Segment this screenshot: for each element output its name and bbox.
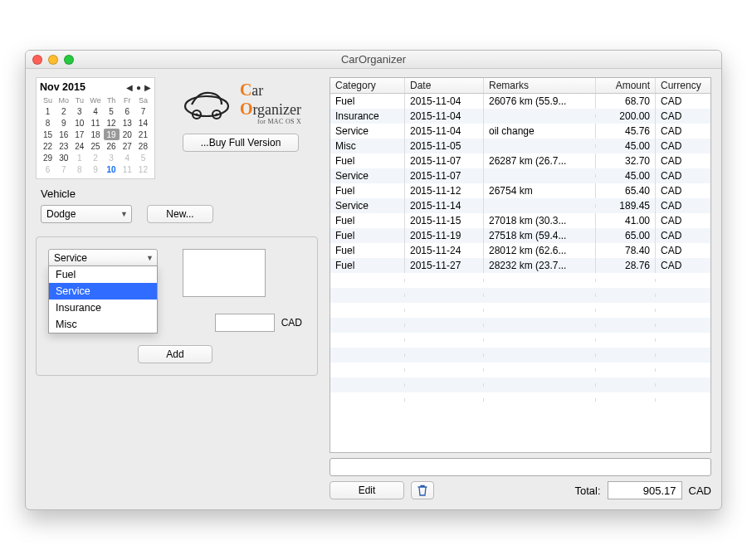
calendar-day[interactable]: 4 (120, 152, 135, 163)
column-amount[interactable]: Amount (596, 78, 656, 93)
calendar[interactable]: Nov 2015 ◀ ● ▶ SuMoTuWeThFrSa12345678910… (36, 77, 155, 179)
calendar-day[interactable]: 11 (120, 163, 135, 175)
calendar-day[interactable]: 22 (40, 140, 56, 152)
cell-date: 2015-11-04 (405, 109, 484, 124)
add-button[interactable]: Add (138, 345, 212, 363)
cell-currency: CAD (656, 168, 710, 183)
svg-point-0 (185, 96, 228, 116)
total-value: 905.17 (608, 481, 682, 499)
calendar-day[interactable]: 2 (56, 105, 71, 117)
calendar-day[interactable]: 25 (87, 140, 103, 152)
calendar-day[interactable]: 12 (104, 117, 120, 129)
calendar-day[interactable]: 8 (40, 117, 56, 129)
calendar-day[interactable]: 21 (135, 129, 151, 140)
calendar-day[interactable]: 16 (56, 129, 71, 140)
calendar-day[interactable]: 9 (56, 117, 71, 129)
table-row[interactable]: Fuel2015-11-1927518 km (59.4...65.00CAD (330, 228, 710, 243)
table-row[interactable]: Fuel2015-11-0426076 km (55.9...68.70CAD (330, 94, 710, 109)
calendar-day[interactable]: 26 (104, 140, 120, 152)
column-date[interactable]: Date (405, 78, 484, 93)
calendar-day[interactable]: 12 (135, 163, 151, 175)
cell-category: Fuel (330, 213, 405, 228)
calendar-day[interactable]: 5 (104, 105, 120, 117)
delete-button[interactable] (411, 481, 434, 499)
remarks-textarea[interactable] (183, 249, 266, 297)
category-option[interactable]: Fuel (49, 266, 157, 283)
calendar-day[interactable]: 19 (104, 129, 120, 140)
calendar-day[interactable]: 23 (56, 140, 71, 152)
calendar-day[interactable]: 9 (87, 163, 103, 175)
column-category[interactable]: Category (330, 78, 405, 93)
calendar-day[interactable]: 27 (120, 140, 135, 152)
search-input[interactable] (330, 458, 711, 476)
vehicle-select[interactable]: Dodge ▼ (41, 205, 132, 223)
category-option[interactable]: Misc (49, 316, 157, 333)
amount-input[interactable] (215, 314, 275, 332)
table-row[interactable]: Fuel2015-11-1527018 km (30.3...41.00CAD (330, 213, 710, 228)
table-row[interactable]: Fuel2015-11-2428012 km (62.6...78.40CAD (330, 243, 710, 258)
calendar-day[interactable]: 4 (87, 105, 103, 117)
calendar-day[interactable]: 10 (104, 163, 120, 175)
calendar-day[interactable]: 15 (40, 129, 56, 140)
buy-full-version-button[interactable]: ...Buy Full Version (183, 134, 299, 152)
calendar-day[interactable]: 6 (120, 105, 135, 117)
calendar-day[interactable]: 29 (40, 152, 56, 163)
calendar-day[interactable]: 11 (87, 117, 103, 129)
cell-category: Service (330, 198, 405, 213)
column-currency[interactable]: Currency (656, 78, 710, 93)
calendar-day[interactable]: 18 (87, 129, 103, 140)
category-dropdown[interactable]: FuelServiceInsuranceMisc (48, 265, 158, 334)
cell-currency: CAD (656, 109, 710, 124)
calendar-today-icon[interactable]: ● (136, 83, 141, 92)
svg-point-4 (215, 114, 217, 116)
calendar-day[interactable]: 28 (135, 140, 151, 152)
calendar-next-icon[interactable]: ▶ (144, 83, 151, 92)
expenses-table[interactable]: Category Date Remarks Amount Currency Fu… (330, 77, 711, 453)
table-row[interactable]: Service2015-11-14189.45CAD (330, 198, 710, 213)
calendar-day[interactable]: 6 (40, 163, 56, 175)
table-row[interactable]: Insurance2015-11-04200.00CAD (330, 109, 710, 124)
calendar-day[interactable]: 7 (135, 105, 151, 117)
calendar-day[interactable]: 13 (120, 117, 135, 129)
new-vehicle-button[interactable]: New... (147, 205, 213, 223)
cell-date: 2015-11-04 (405, 94, 484, 109)
cell-amount: 189.45 (596, 198, 656, 213)
table-row-empty (330, 318, 710, 333)
calendar-day[interactable]: 7 (56, 163, 71, 175)
calendar-day[interactable]: 20 (120, 129, 135, 140)
calendar-day[interactable]: 1 (71, 152, 87, 163)
table-row-empty (330, 377, 710, 392)
category-select[interactable]: Service ▼ (48, 249, 158, 267)
calendar-day[interactable]: 3 (104, 152, 120, 163)
cell-category: Fuel (330, 94, 405, 109)
calendar-prev-icon[interactable]: ◀ (126, 83, 133, 92)
column-remarks[interactable]: Remarks (484, 78, 596, 93)
table-row[interactable]: Misc2015-11-0545.00CAD (330, 139, 710, 153)
calendar-day[interactable]: 5 (135, 152, 151, 163)
cell-remarks: 27018 km (30.3... (484, 213, 596, 228)
table-row[interactable]: Service2015-11-0745.00CAD (330, 168, 710, 183)
table-row[interactable]: Service2015-11-04oil change45.76CAD (330, 124, 710, 139)
cell-currency: CAD (656, 258, 710, 273)
cell-date: 2015-11-07 (405, 153, 484, 168)
calendar-day[interactable]: 17 (71, 129, 87, 140)
cell-remarks: oil change (484, 124, 596, 139)
cell-currency: CAD (656, 124, 710, 139)
calendar-day[interactable]: 14 (135, 117, 151, 129)
cell-category: Service (330, 124, 405, 139)
calendar-day[interactable]: 1 (40, 105, 56, 117)
calendar-day[interactable]: 2 (87, 152, 103, 163)
calendar-day[interactable]: 10 (71, 117, 87, 129)
table-row[interactable]: Fuel2015-11-1226754 km65.40CAD (330, 183, 710, 198)
calendar-day[interactable]: 3 (71, 105, 87, 117)
calendar-day[interactable]: 24 (71, 140, 87, 152)
edit-button[interactable]: Edit (330, 481, 404, 499)
table-row[interactable]: Fuel2015-11-0726287 km (26.7...32.70CAD (330, 153, 710, 168)
category-option[interactable]: Service (49, 283, 157, 299)
calendar-day[interactable]: 8 (71, 163, 87, 175)
cell-currency: CAD (656, 198, 710, 213)
cell-amount: 200.00 (596, 109, 656, 124)
table-row[interactable]: Fuel2015-11-2728232 km (23.7...28.76CAD (330, 258, 710, 273)
category-option[interactable]: Insurance (49, 299, 157, 316)
calendar-day[interactable]: 30 (56, 152, 71, 163)
